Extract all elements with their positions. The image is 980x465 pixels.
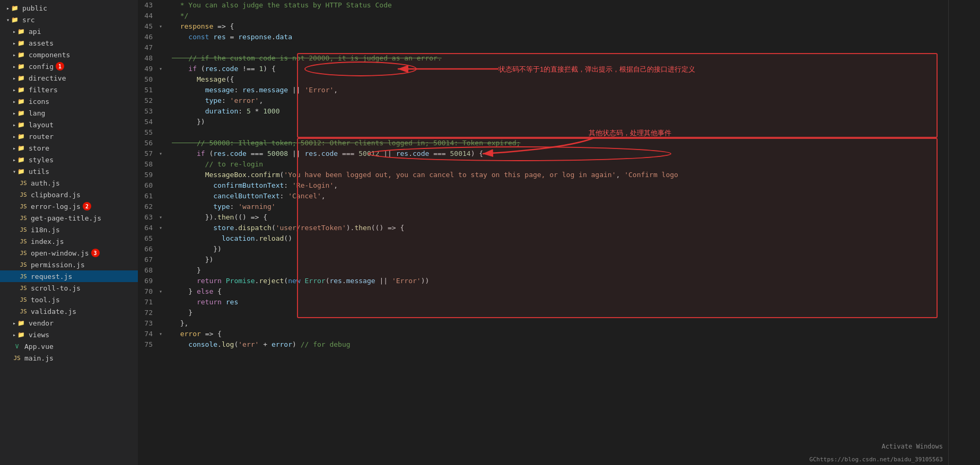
- sidebar-item-router[interactable]: ▸📁router: [0, 130, 138, 142]
- sidebar-item-icons[interactable]: ▸📁icons: [0, 95, 138, 107]
- folder-arrow-icon: ▾: [6, 17, 10, 23]
- sidebar-item-error-log.js[interactable]: JSerror-log.js2: [0, 200, 138, 212]
- folder-arrow-icon: ▸: [13, 87, 16, 93]
- sidebar-item-config[interactable]: ▸📁config1: [0, 60, 138, 72]
- line-number-49: 49: [138, 64, 159, 74]
- line-number-43: 43: [138, 0, 159, 11]
- line-number-45: 45: [138, 21, 159, 32]
- code-row-63: 63▾ }).then(() => {: [138, 212, 948, 223]
- sidebar-item-assets[interactable]: ▸📁assets: [0, 37, 138, 49]
- folder-icon: 📁: [17, 330, 25, 339]
- sidebar-item-views[interactable]: ▸📁views: [0, 329, 138, 340]
- code-row-55: 55: [138, 127, 948, 138]
- code-row-46: 46 const res = response.data: [138, 32, 948, 42]
- sidebar-item-get-page-title.js[interactable]: JSget-page-title.js: [0, 212, 138, 224]
- code-row-74: 74▾ error => {: [138, 329, 948, 339]
- sidebar-item-validate.js[interactable]: JSvalidate.js: [0, 305, 138, 317]
- folder-icon: 📁: [11, 4, 19, 12]
- code-content-60: confirmButtonText: 'Re-Login',: [168, 180, 948, 191]
- line-number-55: 55: [138, 127, 159, 138]
- code-content-75: console.log('err' + error) // for debug: [168, 339, 948, 350]
- sidebar-label-vendor: vendor: [29, 319, 54, 327]
- code-row-73: 73 },: [138, 318, 948, 329]
- file-icon: JS: [19, 225, 28, 234]
- sidebar-item-clipboard.js[interactable]: JSclipboard.js: [0, 189, 138, 200]
- code-row-57: 57▾ if (res.code === 50008 || res.code =…: [138, 148, 948, 159]
- fold-arrow-51: [159, 85, 168, 95]
- code-content-56: // 50008: Illegal token; 50012: Other cl…: [168, 138, 948, 148]
- fold-arrow-46: [159, 32, 168, 42]
- folder-icon: 📁: [17, 39, 25, 47]
- folder-icon: 📁: [17, 74, 25, 82]
- sidebar-item-store[interactable]: ▸📁store: [0, 142, 138, 154]
- file-icon: JS: [19, 307, 28, 315]
- sidebar-item-utils[interactable]: ▾📁utils: [0, 165, 138, 177]
- file-icon: JS: [19, 260, 28, 269]
- sidebar-label-request.js: request.js: [31, 273, 72, 280]
- sidebar-item-permission.js[interactable]: JSpermission.js: [0, 259, 138, 270]
- code-row-47: 47: [138, 42, 948, 53]
- sidebar-item-request.js[interactable]: JSrequest.js: [0, 270, 138, 282]
- folder-icon: 📁: [17, 50, 25, 59]
- fold-arrow-65: [159, 233, 168, 244]
- sidebar-item-styles[interactable]: ▸📁styles: [0, 154, 138, 165]
- line-number-46: 46: [138, 32, 159, 42]
- sidebar-item-api[interactable]: ▸📁api: [0, 25, 138, 37]
- activate-windows: Activate Windows: [881, 443, 943, 450]
- sidebar-label-assets: assets: [29, 39, 54, 47]
- code-row-66: 66 }): [138, 244, 948, 255]
- code-row-71: 71 return res: [138, 297, 948, 308]
- sidebar-item-index.js[interactable]: JSindex.js: [0, 235, 138, 247]
- file-explorer[interactable]: ▸📁public▾📁src▸📁api▸📁assets▸📁components▸📁…: [0, 0, 138, 465]
- sidebar-item-lang[interactable]: ▸📁lang: [0, 107, 138, 119]
- sidebar-label-main.js: main.js: [24, 354, 54, 362]
- sidebar-label-clipboard.js: clipboard.js: [31, 191, 81, 199]
- code-content-72: }: [168, 308, 948, 318]
- code-content-62: type: 'warning': [168, 201, 948, 212]
- code-row-75: 75 console.log('err' + error) // for deb…: [138, 339, 948, 350]
- code-row-72: 72 }: [138, 308, 948, 318]
- sidebar-item-auth.js[interactable]: JSauth.js: [0, 177, 138, 189]
- sidebar-item-vendor[interactable]: ▸📁vendor: [0, 317, 138, 329]
- line-number-51: 51: [138, 85, 159, 95]
- vue-file-icon: V: [13, 342, 21, 350]
- sidebar-item-directive[interactable]: ▸📁directive: [0, 72, 138, 84]
- sidebar-label-utils: utils: [29, 168, 49, 176]
- sidebar-label-src: src: [22, 16, 34, 24]
- sidebar-label-filters: filters: [29, 86, 58, 94]
- fold-arrow-72: [159, 308, 168, 318]
- fold-arrow-68: [159, 265, 168, 276]
- sidebar-item-open-window.js[interactable]: JSopen-window.js3: [0, 247, 138, 259]
- code-row-60: 60 confirmButtonText: 'Re-Login',: [138, 180, 948, 191]
- sidebar-item-main.js[interactable]: JSmain.js: [0, 352, 138, 364]
- sidebar-label-config: config: [29, 63, 54, 71]
- folder-icon: 📁: [17, 109, 25, 117]
- sidebar-label-lang: lang: [29, 109, 45, 117]
- code-scroll-area[interactable]: 43 * You can also judge the status by HT…: [138, 0, 948, 465]
- code-content-63: }).then(() => {: [168, 212, 948, 223]
- folder-arrow-icon: ▸: [13, 99, 16, 104]
- file-icon: JS: [13, 354, 21, 362]
- folder-icon: 📁: [17, 97, 25, 106]
- code-content-67: }): [168, 255, 948, 265]
- sidebar-item-App.vue[interactable]: VApp.vue: [0, 340, 138, 352]
- sidebar-item-src[interactable]: ▾📁src: [0, 14, 138, 25]
- sidebar-item-filters[interactable]: ▸📁filters: [0, 84, 138, 95]
- folder-icon: 📁: [17, 144, 25, 152]
- code-row-49: 49▾ if (res.code !== 1) {: [138, 64, 948, 74]
- sidebar-item-layout[interactable]: ▸📁layout: [0, 119, 138, 130]
- code-content-46: const res = response.data: [168, 32, 948, 42]
- folder-arrow-icon: ▸: [13, 320, 16, 326]
- fold-arrow-71: [159, 297, 168, 308]
- fold-arrow-70: ▾: [159, 286, 168, 297]
- sidebar-label-scroll-to.js: scroll-to.js: [31, 284, 81, 292]
- sidebar-item-scroll-to.js[interactable]: JSscroll-to.js: [0, 282, 138, 294]
- code-content-53: duration: 5 * 1000: [168, 106, 948, 117]
- sidebar-item-components[interactable]: ▸📁components: [0, 49, 138, 60]
- fold-arrow-48: [159, 53, 168, 64]
- line-number-65: 65: [138, 233, 159, 244]
- sidebar-item-public[interactable]: ▸📁public: [0, 2, 138, 14]
- sidebar-item-tool.js[interactable]: JStool.js: [0, 294, 138, 305]
- code-row-43: 43 * You can also judge the status by HT…: [138, 0, 948, 11]
- sidebar-item-i18n.js[interactable]: JSi18n.js: [0, 224, 138, 235]
